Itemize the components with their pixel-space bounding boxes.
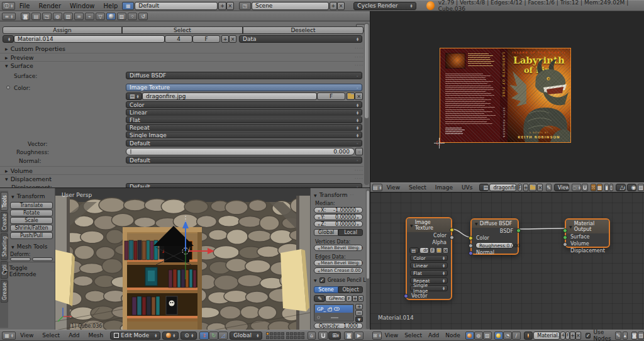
uv-paint-mode-selector[interactable]: △▲▼	[616, 184, 626, 191]
tab-texture[interactable]: ▨	[117, 13, 126, 20]
view3d-menu-mesh[interactable]: Mesh	[84, 332, 108, 338]
scene-selector[interactable]: Scene	[252, 2, 329, 10]
uv-new-image-button[interactable]: +	[523, 184, 529, 191]
tab-data[interactable]: ▽	[96, 13, 105, 20]
editor-type-3d-button[interactable]: ▦▲▼	[2, 332, 16, 340]
gp-layer-specials-button[interactable]: ▼	[355, 316, 363, 322]
tex-interpolation-selector[interactable]: Linear▲▼	[126, 109, 362, 116]
node-collapse-icon[interactable]	[569, 224, 572, 230]
uv-select-mode-island-button[interactable]: ▩	[597, 184, 603, 191]
node-material-browse-button[interactable]	[524, 332, 533, 340]
tree-type-shader-button[interactable]	[494, 332, 503, 340]
render-engine-selector[interactable]: Cycles Render▲▼	[353, 2, 416, 10]
median-z-field[interactable]: ◂Z:0.00000▸	[314, 221, 363, 227]
mean-bevel-weight-field[interactable]: ◂Mean Bevel Weig: 0.00▸	[314, 245, 363, 251]
image-name-field[interactable]: dragonfire.jpg	[142, 92, 317, 100]
node-image-fake-user-button[interactable]: F	[430, 247, 435, 254]
surface-shader-selector[interactable]: Diffuse BSDF◦	[126, 72, 362, 79]
gp-unlink-button[interactable]: ×	[358, 295, 364, 302]
toolshelf-tab-create[interactable]: Create	[1, 212, 8, 232]
vertex-slide-button-clipped[interactable]	[32, 257, 53, 261]
editor-type-info-button[interactable]: ⓘ▲▼	[2, 2, 15, 10]
normal-input-socket[interactable]	[469, 251, 473, 255]
unlink-image-button[interactable]: ×	[355, 92, 363, 100]
uv-open-image-button[interactable]	[529, 184, 536, 191]
tab-constraints[interactable]: ∞	[74, 13, 84, 20]
node-menu-add[interactable]: Add	[425, 332, 442, 338]
rotate-button[interactable]: Rotate	[10, 210, 53, 216]
viewport-shading-selector[interactable]: ▲▼	[162, 332, 179, 340]
normal-input-selector[interactable]: Default◦	[126, 157, 362, 164]
displacement-input-socket[interactable]	[563, 242, 567, 247]
uv-channel-selector[interactable]: ◉▲▼	[627, 184, 636, 191]
gp-layer-remove-button[interactable]: −	[355, 310, 363, 316]
node-material-fake-user-button[interactable]: F	[565, 332, 570, 340]
pivot-point-selector[interactable]: ⊙▲▼	[180, 332, 197, 340]
median-x-field[interactable]: ◂X:-1.00000▸	[314, 207, 363, 213]
tex-projection-selector[interactable]: Flat▲▼	[126, 116, 362, 123]
section-displacement[interactable]: Displacement····	[5, 176, 364, 182]
delete-layout-button[interactable]: ×	[226, 2, 234, 10]
diffuse-bsdf-node[interactable]: Diffuse BSDF BSDF Color Roughness:0.000 …	[470, 218, 519, 255]
gp-browse-button[interactable]: ✎▲▼	[314, 295, 325, 302]
lock-to-scene-button[interactable]: ⌂	[308, 332, 316, 340]
npanel-scrollbar-track[interactable]	[366, 189, 370, 329]
uv-alpha-checker-button[interactable]: ▨	[638, 184, 644, 191]
uv-select-mode-vertex-button[interactable]: ⁙	[591, 184, 596, 191]
uv-pin-button[interactable]: ✎	[546, 184, 552, 191]
node-interpolation-selector[interactable]: Linear▲▼	[410, 262, 448, 269]
snap-toggle-button[interactable]	[318, 332, 328, 340]
properties-scrollbar-track[interactable]	[364, 23, 369, 185]
uv-pivot-button[interactable]: ▯	[609, 184, 614, 191]
menu-render[interactable]: Render	[35, 3, 66, 9]
uv-fake-user-button[interactable]: F	[518, 184, 522, 191]
node-render-button[interactable]: ◙	[631, 332, 638, 340]
tab-modifiers[interactable]: ⌁	[85, 13, 94, 20]
uv-unlink-image-button[interactable]: ×	[537, 184, 543, 191]
bsdf-output-socket[interactable]	[516, 228, 521, 233]
node-material-name-field[interactable]: Material.014	[533, 332, 560, 340]
tree-type-texture-button[interactable]: ∕	[512, 332, 521, 340]
tab-material-active[interactable]	[106, 13, 116, 20]
node-source-selector[interactable]: Single Image▲▼	[410, 285, 448, 291]
section-surface[interactable]: Surface····	[5, 62, 364, 69]
editor-type-image-button[interactable]: ▤▲▼	[372, 184, 382, 191]
scene-icon-button[interactable]: ◳	[239, 2, 251, 10]
tab-physics[interactable]: ↺	[138, 13, 148, 20]
tab-render[interactable]: ◙	[21, 13, 30, 20]
surface-input-socket[interactable]	[563, 228, 567, 233]
toolshelf-tab-shading[interactable]: Shading	[1, 233, 8, 260]
median-y-field[interactable]: ◂Y:0.00000▸	[314, 214, 363, 220]
material-users-button[interactable]: 4	[165, 35, 192, 43]
layers-widget-right[interactable]	[286, 332, 304, 339]
gp-layer-add-button[interactable]: +	[355, 304, 363, 310]
image-browse-button[interactable]: ▤▲▼	[126, 92, 142, 100]
node-menu-node[interactable]: Node	[442, 332, 464, 338]
gp-source-scene-button[interactable]: Scene	[314, 286, 338, 293]
tex-extension-selector[interactable]: Repeat▲▼	[126, 124, 362, 131]
uv-image-browse-button[interactable]: ▤	[479, 184, 489, 191]
tab-world[interactable]: ◍	[53, 13, 62, 20]
dragonfire-image[interactable]: LABYRINTH OF FIRE KEITH ROBINSON ISLAND …	[440, 48, 570, 142]
uv-display-mode-selector[interactable]: View▲▼	[554, 184, 569, 191]
tree-type-compositing-button[interactable]: ◔	[503, 332, 512, 340]
edge-bevel-weight-field[interactable]: ◂Mean Bevel Weig: 0.00▸	[314, 260, 363, 266]
color-input-socket[interactable]	[469, 236, 473, 240]
render-opengl-button[interactable]: ◙	[344, 332, 353, 340]
editor-type-properties-button[interactable]: ≡▲▼	[2, 13, 16, 20]
menu-window[interactable]: Window	[65, 3, 99, 9]
operator-panel-header[interactable]: Toggle Editmode··	[4, 265, 55, 277]
node-image-name-field[interactable]: drag	[419, 247, 429, 254]
tab-object[interactable]: ▧	[64, 13, 73, 20]
manipulator-scale-button[interactable]: ◿	[218, 332, 228, 340]
node-collapse-icon[interactable]	[410, 223, 413, 228]
delete-scene-button[interactable]: ×	[337, 2, 345, 10]
translate-button[interactable]: Translate	[10, 202, 53, 209]
node-new-material-button[interactable]: +	[570, 332, 575, 340]
alpha-output-socket[interactable]	[450, 235, 454, 240]
tex-source-selector[interactable]: Single Image▲▼	[126, 131, 362, 138]
screen-layout-selector[interactable]: Default	[135, 2, 218, 10]
menu-help[interactable]: Help	[99, 3, 123, 9]
gp-name-field[interactable]: GPencil	[325, 295, 346, 302]
image-texture-node[interactable]: Image Texture Color Alpha ▤ drag F × Col…	[406, 217, 452, 300]
